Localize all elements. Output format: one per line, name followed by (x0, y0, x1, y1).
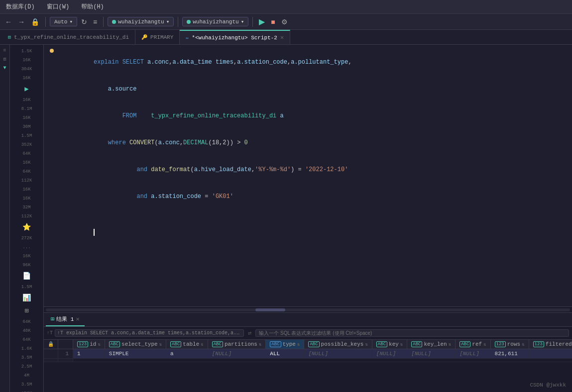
size-6: 8.1M (21, 106, 32, 111)
toolbar-forward-btn[interactable]: → (16, 17, 27, 27)
code-editor[interactable]: explain SELECT a.conc,a.data_time times,… (44, 45, 572, 306)
menu-help[interactable]: 帮助(H) (79, 1, 106, 12)
results-tab-1[interactable]: ⊞ 结果 1 ✕ (46, 313, 85, 326)
tab-script-close[interactable]: ✕ (280, 34, 284, 41)
select-type-sort-icon[interactable]: ⇅ (159, 342, 162, 347)
size-3: 304K (21, 67, 32, 72)
cell-rownum: 1 (58, 349, 73, 359)
col-filtered[interactable]: 123 filtered (529, 340, 572, 349)
toolbar-run-btn[interactable]: ▶ (257, 16, 267, 27)
col-rownum (58, 340, 73, 349)
menu-window[interactable]: 窗口(W) (45, 1, 72, 12)
partitions-sort-icon[interactable]: ⇅ (259, 342, 261, 347)
file-item-11: 64K (10, 149, 43, 158)
id-type-badge: 123 (77, 341, 88, 347)
paren-3: ( (190, 166, 194, 173)
file-item-17: 32M (10, 203, 43, 212)
code-line-5: and date_format(a.hive_load_date,'%Y-%m-… (44, 156, 572, 183)
toolbar-stop-btn[interactable]: ■ (269, 17, 277, 27)
col-id[interactable]: 123 id ⇅ (73, 340, 105, 349)
col-lock: 🔒 (44, 340, 58, 349)
file-item-12: 16K (10, 158, 43, 167)
space-3 (212, 59, 216, 66)
eq-1: = (201, 193, 212, 200)
tab-primary[interactable]: 🔑 PRIMARY (135, 30, 180, 44)
col-key[interactable]: ABC key ⇅ (372, 340, 407, 349)
filter-input[interactable] (255, 329, 569, 337)
text-cursor (94, 229, 95, 236)
doc-icon: 📄 (22, 272, 31, 280)
col-rows[interactable]: 123 rows ⇅ (490, 340, 529, 349)
file-item-1: 1.5K (10, 47, 43, 56)
col-partitions[interactable]: ABC partitions ⇅ (208, 340, 266, 349)
cell-empty (73, 359, 572, 362)
col-station-code-2: a.station_code (151, 193, 201, 200)
col-type[interactable]: ABC type ⇅ (266, 340, 304, 349)
menu-database[interactable]: 数据库(D) (4, 1, 37, 12)
toolbar-settings-btn[interactable]: ⚙ (279, 17, 290, 27)
toolbar-menu-btn[interactable]: ≡ (91, 17, 99, 27)
conn1-pill[interactable]: wuhaiyizhangtu ▾ (108, 17, 174, 26)
h-scroll[interactable] (44, 306, 572, 312)
toolbar-lock-btn[interactable]: 🔒 (29, 17, 41, 27)
auto-dropdown[interactable]: Auto ▾ (50, 17, 77, 26)
ref-sort-icon[interactable]: ⇅ (483, 342, 486, 347)
results-panel: ⊞ 结果 1 ✕ ↑T ↑T explain SELECT a.conc,a.d… (44, 312, 572, 392)
rows-sort-icon[interactable]: ⇅ (522, 342, 524, 347)
tab-script[interactable]: ✏ *<wuhaiyizhangtu> Script-2 ✕ (180, 30, 290, 44)
line-content-3: FROM t_ypx_refine_online_traceability_di… (58, 102, 568, 129)
col-source: a.source (108, 86, 137, 93)
sidebar-icon-filter[interactable]: ▼ (2, 64, 7, 72)
alias-a: a (280, 112, 284, 119)
col-select-type[interactable]: ABC select_type ⇅ (105, 340, 166, 349)
table-header-row: 🔒 123 id ⇅ (44, 340, 572, 349)
size-34: 3.5M (21, 382, 32, 387)
indent-5 (94, 166, 136, 173)
tab-table[interactable]: ⊞ t_ypx_refine_online_traceability_di (2, 30, 135, 44)
sidebar-icon-1[interactable]: ≡ (2, 47, 7, 54)
scroll-thumb[interactable] (255, 308, 285, 311)
toolbar-back-btn[interactable]: ← (3, 17, 14, 27)
col-key-len[interactable]: ABC key_len ⇅ (407, 340, 456, 349)
file-item-29: 64K (10, 335, 43, 344)
col-table[interactable]: ABC table ⇅ (166, 340, 208, 349)
sidebar-icon-2[interactable]: ⊞ (2, 55, 7, 63)
table-sort-icon[interactable]: ⇅ (201, 342, 203, 347)
col-key-label: key (389, 341, 399, 347)
main-layout: ≡ ⊞ ▼ 1.5K 16K 304K 16K ▶ 16K 8.1M 16K 3… (0, 45, 572, 392)
query-up-icon: ↑T (47, 330, 53, 336)
size-29: 64K (22, 337, 30, 342)
code-line-cursor (44, 219, 572, 246)
key-sort-icon[interactable]: ⇅ (400, 342, 403, 347)
type-sort-icon[interactable]: ⇅ (297, 342, 300, 347)
code-line-7 (44, 210, 572, 219)
size-20: 272K (21, 236, 32, 241)
filtered-type-badge: 123 (533, 341, 544, 347)
tab-script-label: *<wuhaiyizhangtu> Script-2 (192, 35, 277, 41)
col-possible-keys[interactable]: ABC possible_keys ⇅ (304, 340, 372, 349)
key-len-sort-icon[interactable]: ⇅ (449, 342, 451, 347)
file-item-exec[interactable]: ▶ (10, 83, 43, 96)
results-tab-label: 结果 1 (56, 315, 74, 323)
file-item-22: 96K (10, 261, 43, 270)
chart-icon: 📊 (22, 294, 31, 302)
conn2-pill[interactable]: wuhaiyizhangtu ▾ (182, 17, 248, 26)
results-table-wrap[interactable]: 🔒 123 id ⇅ (44, 340, 572, 392)
size-7: 16K (22, 115, 30, 120)
col-conc: a.conc (147, 59, 169, 66)
cell-table: a (166, 349, 208, 359)
file-item-21: 16K (10, 252, 43, 261)
col-id-label: id (90, 341, 96, 347)
table-row[interactable]: 1 1 SIMPLE a [NULL] ALL [NULL] [NULL] [N… (44, 349, 572, 359)
key-len-type-badge: ABC (411, 341, 422, 347)
file-item-6: 8.1M (10, 104, 43, 113)
keyword-from: FROM (122, 112, 137, 119)
possible-keys-sort-icon[interactable]: ⇅ (365, 342, 367, 347)
toolbar-refresh-btn[interactable]: ↻ (79, 17, 89, 27)
results-tab-close[interactable]: ✕ (76, 315, 79, 323)
scroll-track[interactable] (46, 308, 570, 311)
col-rows-label: rows (507, 341, 520, 347)
str-gk01: 'GK01' (212, 193, 233, 200)
id-sort-icon[interactable]: ⇅ (98, 342, 100, 347)
col-ref[interactable]: ABC ref ⇅ (456, 340, 490, 349)
